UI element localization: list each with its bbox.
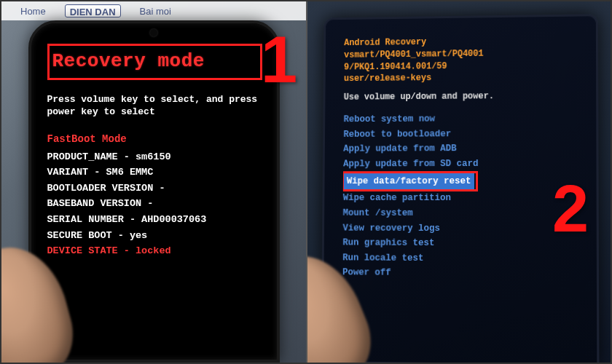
recovery-title-highlight: Recovery mode <box>47 44 262 80</box>
spec-variant: VARIANT - SM6 EMMC <box>47 165 262 181</box>
camera-hole-icon <box>150 29 157 36</box>
nav-forum[interactable]: DIEN DAN <box>65 4 121 17</box>
spec-product: PRODUCT_NAME - sm6150 <box>47 149 262 165</box>
left-panel: Home DIEN DAN Bai moi Recovery mode Pres… <box>1 1 306 363</box>
phone-right: Android Recovery vsmart/PQ4001_vsmart/PQ… <box>321 14 600 363</box>
spec-secure: SECURE BOOT - yes <box>47 228 262 244</box>
fastboot-label: FastBoot Mode <box>47 133 262 145</box>
menu-locale-test[interactable]: Run locale test <box>342 250 583 267</box>
page-navbar: Home DIEN DAN Bai moi <box>1 1 306 20</box>
right-panel: Android Recovery vsmart/PQ4001_vsmart/PQ… <box>306 1 611 363</box>
menu-apply-sd[interactable]: Apply update from SD card <box>343 157 583 172</box>
spec-device-state: DEVICE STATE - locked <box>47 243 262 259</box>
recovery-menu: Reboot system now Reboot to bootloader A… <box>342 111 584 282</box>
menu-reboot-system[interactable]: Reboot system now <box>343 111 583 127</box>
menu-apply-adb[interactable]: Apply update from ADB <box>343 141 583 157</box>
spec-serial: SERIAL NUMBER - AHD00037063 <box>47 212 262 228</box>
spec-baseband: BASEBAND VERSION - <box>47 196 262 212</box>
recovery-title: Recovery mode <box>50 46 260 78</box>
rec-header-l4: user/release-keys <box>344 71 583 86</box>
instruction-text: Press volume key to select, and press po… <box>47 93 262 119</box>
nav-new[interactable]: Bai moi <box>136 4 176 17</box>
menu-power-off[interactable]: Power off <box>342 266 584 282</box>
spec-bootloader: BOOTLOADER VERSION - <box>47 181 262 197</box>
nav-home[interactable]: Home <box>16 4 50 17</box>
menu-graphics-test[interactable]: Run graphics test <box>342 236 583 252</box>
menu-wipe-data[interactable]: Wipe data/factory reset <box>344 173 474 190</box>
wipe-highlight: Wipe data/factory reset <box>343 171 478 192</box>
menu-view-logs[interactable]: View recovery logs <box>342 221 583 237</box>
menu-wipe-cache[interactable]: Wipe cache partition <box>343 191 584 206</box>
menu-mount-system[interactable]: Mount /system <box>343 206 584 221</box>
menu-reboot-bootloader[interactable]: Reboot to bootloader <box>343 126 583 142</box>
recovery-header: Android Recovery vsmart/PQ4001_vsmart/PQ… <box>344 34 583 85</box>
rec-instruction: Use volume up/down and power. <box>344 90 583 102</box>
